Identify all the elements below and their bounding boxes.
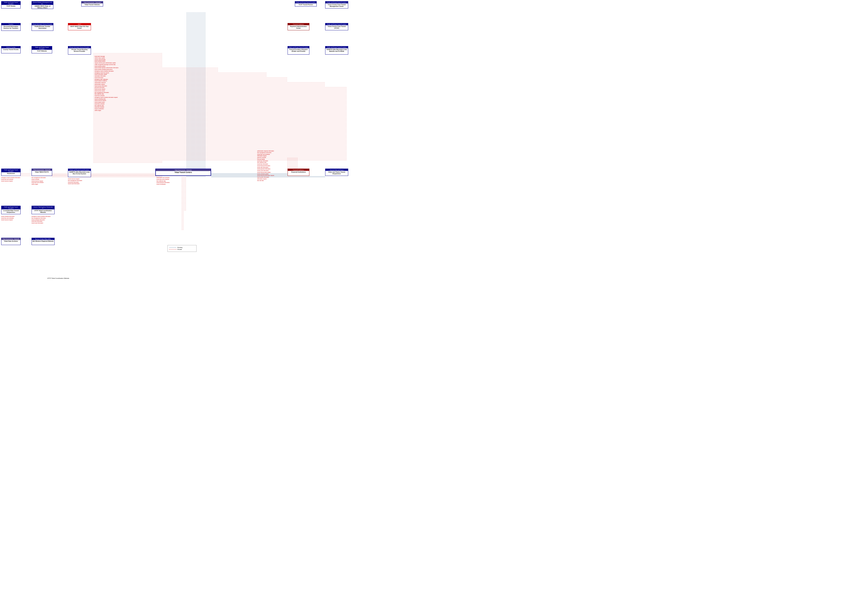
node-transit-providers-dispatch: Public and Private Transit Providers Tra… (287, 46, 309, 54)
node-private-traveler-info-header: Private Information Service Providers (32, 23, 53, 25)
node-yuma-transit-mgmt-label: Yuma County Area Transit Management Cent… (326, 4, 347, 7)
local-dial-labels: transit schedule information transit far… (1, 216, 21, 221)
node-ycat-transit-passes: Public and Private Transit Providers YCA… (295, 1, 317, 7)
node-transit-providers-dispatch-header: Public and Private Transit Providers (288, 46, 309, 48)
attp-coord-labels: emergency transit schedule information f… (32, 216, 54, 224)
node-attp-tribal-coord-label: ATTP Tribal Coordination Website (32, 210, 54, 213)
connection-labels-bottom: transit fares and schedules transit fees… (157, 177, 210, 185)
legend-private-line (169, 249, 176, 250)
node-private-transit-routing-label: Private Transit Routing Service Provider (69, 49, 90, 52)
node-financial-institutions-label: Financial Institutions (289, 171, 308, 173)
node-paratransit-header: Public and Private Transit Providers (1, 169, 21, 172)
node-private-transit-routing-header: Private Information Service Providers (68, 46, 91, 48)
node-county-transit-kiosks: Arizona Counties County Transit Kiosks (1, 46, 21, 53)
tribal-tmoc-labels: fare management information transit sche… (32, 177, 53, 185)
node-county-transit-kiosks-label: County Transit Kiosks (2, 49, 20, 50)
node-tribal-transit-centers: Tribal Governments - Statewide Tribal Tr… (155, 169, 211, 176)
node-local-dial-ride: Public and Private Transit Providers Loc… (1, 206, 21, 214)
node-adot-seoc-military-header: Arizona Division of Emergency and M... (32, 1, 53, 5)
node-yuma-transit-mgmt-header: Public and Private Transit Providers (325, 1, 348, 3)
node-narpta-arrival-label: NARPTA (dba Mountain-Line) Bus Arrival S… (69, 171, 90, 175)
node-yuma-county-transit: Public and Private Transit Providers Yum… (325, 23, 348, 30)
node-adot-seoc-military-label: ADEMA-SEOC-Dept. of Military Affairs (32, 5, 53, 9)
node-tribal-transit-vehicles: Tribal Governments - Statewide Tribal Tr… (81, 1, 103, 7)
node-narpta-arrival: Public and Private Transit Providers NAR… (68, 169, 91, 177)
node-yuma-transit-mgmt: Public and Private Transit Providers Yum… (325, 1, 348, 9)
connection-labels-right: authorization response information fare … (257, 150, 286, 182)
node-adot-seoc-ops: ADOT ADOT-SEOC-Dept 511 Ops Center (68, 23, 91, 30)
node-adot-seoc-military: Arizona Division of Emergency and M... A… (32, 1, 53, 9)
connection-labels-middle: transit alert message vehicle status upd… (95, 56, 163, 111)
node-narpta-website-header: Public and Private Transit Providers (325, 46, 348, 48)
narpta-arrival-labels: transit resource request fare management… (68, 178, 91, 185)
node-ycat-website: Public and Private Transit Providers YCA… (32, 46, 52, 53)
legend-routing-line (169, 247, 176, 248)
node-yuma-county-transit-label: Yuma County Area Transit (YCAT) (326, 26, 347, 29)
node-financial-institutions: Financial Institutions Financial Institu… (287, 169, 309, 176)
node-narpta-arrival-header: Public and Private Transit Providers (68, 169, 91, 171)
node-ycat-transit-passes-header: Public and Private Transit Providers (295, 1, 317, 3)
node-ycat-kiosks: Public and Private Transit Providers YCA… (1, 1, 21, 9)
node-bia-western-regional: Bureau of Indian Affairs (BIA) BIA Weste… (32, 238, 54, 245)
node-paratransit: Public and Private Transit Providers Par… (1, 169, 21, 176)
node-ycat-transit-passes-label: YCAT Transit Passes (296, 4, 316, 6)
node-tribal-data-archive-label: Tribal Data Archives (2, 241, 20, 242)
node-attp-tribal-coord: Arizona Tribal Systemic Partnership Tri.… (32, 206, 54, 214)
paratransit-labels: emergency transit schedule information t… (1, 177, 21, 182)
node-ycat-kiosks-label: YCAT Kiosks (2, 5, 20, 7)
node-ycat-website-header: Public and Private Transit Providers (32, 46, 52, 50)
legend: Routing Private (167, 245, 196, 252)
node-bia-western-regional-label: BIA Western Regional Website (32, 241, 54, 242)
node-ycat-kiosks-header: Public and Private Transit Providers (1, 1, 21, 5)
node-cities-towns-transit: Arizona Cities and Towns Cities and Town… (325, 169, 348, 176)
node-private-transit-routing: Private Information Service Providers Pr… (68, 46, 91, 54)
node-adot-seoc-ops-label: ADOT-SEOC-Dept 511 Ops Center (69, 26, 90, 29)
legend-routing-label: Routing (177, 247, 182, 248)
node-payment-admin-label: Payment Administration Center (289, 26, 308, 29)
node-transit-providers-dispatch-label: Transit Providers Dispatch (Public and P… (289, 49, 308, 52)
node-tribal-transit-vehicles-label: Tribal Transit Vehicles (82, 4, 102, 6)
node-tribal-tmoc-label: Tribal TMOC/TOCTC (32, 171, 51, 173)
node-tribal-transit-vehicles-header: Tribal Governments - Statewide (82, 1, 103, 3)
node-financial-institutions-header: Financial Institutions (288, 169, 309, 171)
node-personal-info-devices-header: Travelers (1, 23, 21, 25)
node-tribal-tmoc: Tribal Governments - Statewide Tribal TM… (32, 169, 52, 176)
node-cities-towns-transit-header: Arizona Cities and Towns (325, 169, 348, 171)
node-adot-seoc-ops-header: ADOT (68, 23, 91, 25)
node-tribal-tmoc-header: Tribal Governments - Statewide (32, 169, 52, 171)
node-narpta-website: Public and Private Transit Providers NAR… (325, 46, 348, 54)
diagram-container: Public and Private Transit Providers YCA… (0, 0, 421, 308)
node-tribal-transit-centers-label: Tribal Transit Centers (157, 172, 210, 173)
node-tribal-transit-centers-header: Tribal Governments - Statewide (156, 169, 211, 171)
node-tribal-data-archive: Tribal Governments - Statewide Tribal Da… (1, 238, 21, 245)
node-cities-towns-transit-label: Cities and Towns Transit Dispatchers (326, 171, 347, 175)
node-payment-admin: Financial Institutions Payment Administr… (287, 23, 309, 30)
node-county-transit-kiosks-header: Arizona Counties (1, 46, 21, 48)
connections-svg (0, 0, 421, 308)
node-tribal-data-archive-header: Tribal Governments - Statewide (1, 238, 21, 240)
node-private-traveler-info-label: Public/Private Traveler Information (32, 26, 53, 29)
tribal-coordination-label: ATTP Tribal Coordination Website (47, 277, 69, 279)
node-bia-western-regional-header: Bureau of Indian Affairs (BIA) (32, 238, 54, 240)
node-paratransit-label: Paratransit (2, 173, 20, 175)
legend-private-label: Private (177, 249, 182, 250)
node-attp-tribal-coord-header: Arizona Tribal Systemic Partnership Tri.… (32, 206, 54, 210)
legend-private: Private (169, 249, 195, 250)
node-personal-info-devices: Travelers Personal Information Devices f… (1, 23, 21, 31)
node-private-traveler-info: Private Information Service Providers Pu… (32, 23, 53, 31)
node-ycat-website-label: YCAT Website (32, 50, 51, 52)
node-local-dial-ride-header: Public and Private Transit Providers (1, 206, 21, 210)
node-narpta-website-label: NARPTA (dba Mountain-Line) Website and F… (326, 49, 347, 52)
node-payment-admin-header: Financial Institutions (288, 23, 309, 25)
node-personal-info-devices-label: Personal Information Devices for Travele… (2, 26, 20, 29)
node-yuma-county-transit-header: Public and Private Transit Providers (325, 23, 348, 25)
legend-routing: Routing (169, 247, 195, 248)
node-local-dial-ride-label: Local Dial-Ride Transit Dispatchers (2, 210, 20, 213)
